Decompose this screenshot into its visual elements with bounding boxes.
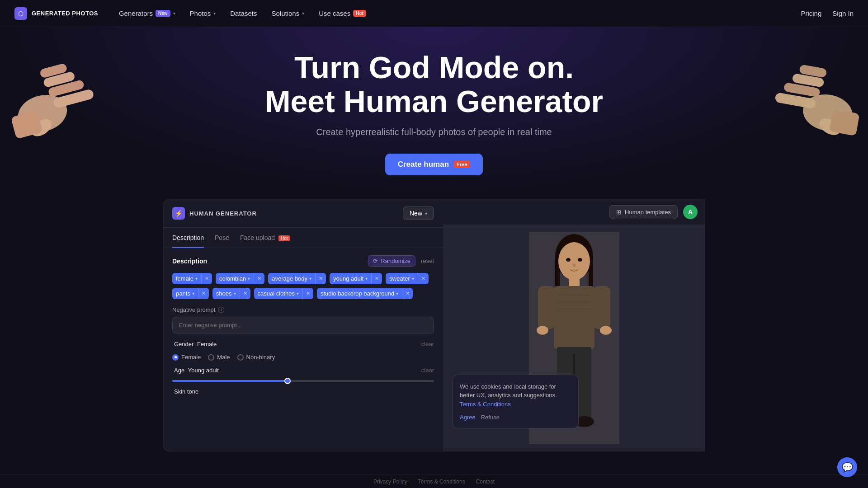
negative-prompt-input[interactable] <box>172 317 434 333</box>
navigation: ⬡ GENERATED PHOTOS Generators New ▾ Phot… <box>0 0 868 27</box>
new-chevron: ▾ <box>425 211 427 216</box>
radio-female[interactable]: Female <box>172 354 201 361</box>
tag-average-body-close[interactable]: ✕ <box>316 273 326 284</box>
panel-tabs: Description Pose Face upload Hot <box>163 228 443 248</box>
hero-title: Turn God Mode on. Meet Human Generator <box>265 51 603 118</box>
tag-casual-clothes: casual clothes ▾ ✕ <box>254 288 313 299</box>
svg-rect-24 <box>538 286 555 329</box>
tab-description[interactable]: Description <box>172 228 204 248</box>
solutions-chevron: ▾ <box>302 11 304 16</box>
panel-icon: ⚡ <box>172 207 185 220</box>
new-session-button[interactable]: New ▾ <box>403 206 434 220</box>
age-label: Age Young adult <box>172 367 219 374</box>
svg-point-26 <box>537 326 548 335</box>
nav-item-photos[interactable]: Photos ▾ <box>184 7 222 20</box>
image-panel-top: ⊞ Human templates A <box>443 199 705 225</box>
nav-photos-label: Photos <box>190 9 211 17</box>
nav-item-datasets[interactable]: Datasets <box>224 7 263 20</box>
user-avatar[interactable]: A <box>683 205 698 219</box>
tab-pose[interactable]: Pose <box>215 228 229 248</box>
radio-non-binary[interactable]: Non-binary <box>237 354 275 361</box>
tag-female: female ▾ ✕ <box>172 273 212 284</box>
age-row: Age Young adult clear <box>172 367 434 374</box>
tag-sweater-close[interactable]: ✕ <box>418 273 429 284</box>
tag-shoes-close[interactable]: ✕ <box>240 288 250 299</box>
model-image-area: We use cookies and local storage for bet… <box>443 225 705 451</box>
tag-sweater: sweater ▾ ✕ <box>386 273 429 284</box>
nav-right: Pricing Sign In <box>801 9 854 17</box>
tag-studio-close[interactable]: ✕ <box>402 288 413 299</box>
radio-female-circle <box>172 354 179 361</box>
gender-label: Gender Female <box>172 341 217 347</box>
generators-badge: New <box>156 10 170 17</box>
templates-grid-icon: ⊞ <box>616 209 621 216</box>
age-clear-button[interactable]: clear <box>421 367 434 374</box>
create-human-button[interactable]: Create human Free <box>385 154 483 175</box>
radio-non-binary-circle <box>237 354 244 361</box>
brand-logo[interactable]: ⬡ GENERATED PHOTOS <box>14 7 98 20</box>
age-slider[interactable] <box>172 380 434 382</box>
gender-clear-button[interactable]: clear <box>421 341 434 347</box>
nav-solutions-label: Solutions <box>271 9 299 17</box>
cookie-agree-button[interactable]: Agree <box>460 414 476 421</box>
generators-chevron: ▾ <box>173 11 175 16</box>
radio-male-circle <box>208 354 214 361</box>
generator-panel: ⚡ HUMAN GENERATOR New ▾ Description Pose… <box>163 199 443 451</box>
tags-area: female ▾ ✕ colombian ▾ ✕ avera <box>172 273 434 299</box>
footer: Privacy Policy Terms & Conditions Contac… <box>0 474 868 488</box>
tag-average-body: average body ▾ ✕ <box>268 273 326 284</box>
skin-tone-label: Skin tone <box>172 388 434 395</box>
photos-chevron: ▾ <box>213 11 216 16</box>
nav-items: Generators New ▾ Photos ▾ Datasets Solut… <box>113 7 797 20</box>
cta-free-badge: Free <box>453 161 470 168</box>
footer-privacy[interactable]: Privacy Policy <box>373 479 407 485</box>
chat-button[interactable]: 💬 <box>837 457 857 477</box>
svg-point-20 <box>578 258 582 262</box>
gender-radio-group: Female Male Non-binary <box>172 354 434 361</box>
tag-young-adult-close[interactable]: ✕ <box>372 273 382 284</box>
footer-contact[interactable]: Contact <box>476 479 495 485</box>
tag-pants-close[interactable]: ✕ <box>198 288 209 299</box>
gender-row: Gender Female clear <box>172 341 434 347</box>
reset-button[interactable]: reset <box>421 258 434 264</box>
nav-item-use-cases[interactable]: Use cases Hot <box>312 7 373 20</box>
nav-use-cases-label: Use cases <box>319 9 350 17</box>
cookie-text: We use cookies and local storage for bet… <box>460 382 571 409</box>
tag-pants: pants ▾ ✕ <box>172 288 209 299</box>
human-templates-button[interactable]: ⊞ Human templates <box>609 205 678 219</box>
tag-casual-clothes-close[interactable]: ✕ <box>303 288 313 299</box>
footer-terms[interactable]: Terms & Conditions <box>418 479 465 485</box>
nav-item-generators[interactable]: Generators New ▾ <box>113 7 182 20</box>
svg-rect-23 <box>554 286 594 349</box>
nav-generators-label: Generators <box>119 9 153 17</box>
description-actions: ⟳ Randomize reset <box>368 255 434 267</box>
description-header: Description ⟳ Randomize reset <box>172 255 434 267</box>
tag-young-adult: young adult ▾ ✕ <box>330 273 382 284</box>
randomize-button[interactable]: ⟳ Randomize <box>368 255 415 267</box>
svg-point-27 <box>600 326 612 335</box>
panel-header: ⚡ HUMAN GENERATOR New ▾ <box>163 199 443 228</box>
slider-fill <box>172 380 290 382</box>
negative-prompt-label: Negative prompt i <box>172 306 434 313</box>
tab-face-upload[interactable]: Face upload Hot <box>240 228 290 248</box>
svg-point-21 <box>573 263 576 267</box>
panel-title-group: ⚡ HUMAN GENERATOR <box>172 207 257 220</box>
tag-colombian-close[interactable]: ✕ <box>254 273 264 284</box>
nav-item-solutions[interactable]: Solutions ▾ <box>265 7 311 20</box>
svg-point-19 <box>566 258 571 262</box>
tag-studio-backdrop: studio backdrop background ▾ ✕ <box>317 288 413 299</box>
radio-male[interactable]: Male <box>208 354 230 361</box>
nav-datasets-label: Datasets <box>230 9 257 17</box>
chat-icon: 💬 <box>842 462 853 473</box>
hero-subtitle: Create hyperrealistic full-body photos o… <box>316 127 552 137</box>
cookie-refuse-button[interactable]: Refuse <box>481 414 500 421</box>
cookie-terms-link[interactable]: Terms & Conditions <box>460 401 511 408</box>
tag-female-close[interactable]: ✕ <box>202 273 212 284</box>
nav-pricing[interactable]: Pricing <box>801 9 821 17</box>
tag-shoes: shoes ▾ ✕ <box>212 288 250 299</box>
slider-thumb[interactable] <box>284 378 291 384</box>
nav-signin[interactable]: Sign In <box>832 9 854 17</box>
logo-text: GENERATED PHOTOS <box>32 10 98 17</box>
info-icon: i <box>218 307 224 313</box>
slider-track <box>172 380 434 382</box>
